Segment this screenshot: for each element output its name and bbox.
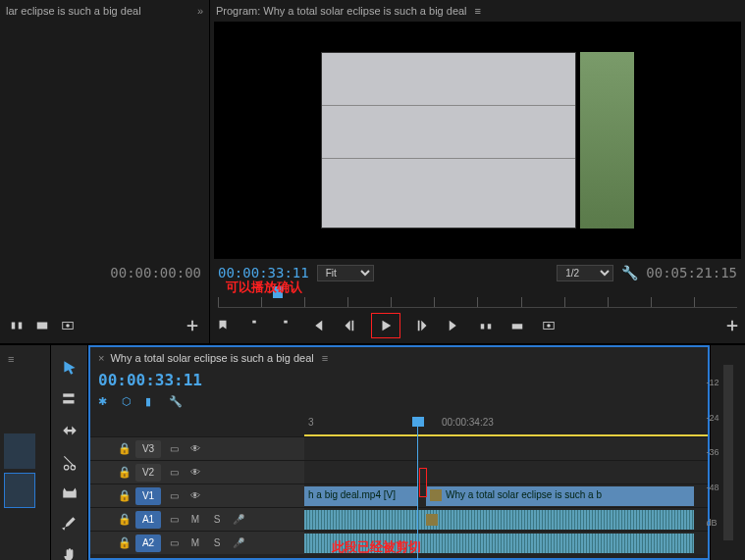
timeline-ruler[interactable]: 3 00:00:34:23 [304, 415, 708, 436]
add-marker-icon[interactable] [214, 317, 232, 334]
razor-tool-icon[interactable] [61, 453, 79, 471]
toggle-output-icon[interactable]: ▭ [165, 535, 183, 551]
toggle-output-icon[interactable]: ▭ [165, 441, 183, 457]
close-tab-icon[interactable]: × [98, 352, 104, 364]
track-label-v3[interactable]: V3 [135, 440, 161, 458]
track-a1: 🔒 A1 ▭ M S 🎤 [90, 507, 708, 531]
chevron-right-icon[interactable]: » [197, 5, 203, 17]
settings-wrench-icon[interactable]: 🔧 [621, 265, 638, 280]
source-tab-header[interactable]: lar eclipse is such a big deal » [0, 0, 209, 22]
step-forward-icon[interactable] [414, 317, 432, 334]
track-label-v2[interactable]: V2 [135, 464, 161, 482]
bin-thumbnail[interactable] [4, 433, 35, 469]
step-back-icon[interactable] [340, 317, 357, 334]
go-to-in-icon[interactable] [308, 317, 326, 334]
track-header-a2[interactable]: 🔒 A2 ▭ M S 🎤 [90, 532, 304, 554]
svg-point-9 [547, 324, 551, 328]
toggle-eye-icon[interactable]: 👁 [186, 465, 204, 481]
panel-menu-icon[interactable]: ≡ [8, 353, 14, 365]
timeline-panel: × Why a total solar eclipse is such a bi… [88, 345, 710, 560]
slip-tool-icon[interactable] [61, 484, 79, 502]
program-transport-bar [210, 308, 745, 343]
mute-button[interactable]: M [186, 535, 204, 551]
snap-toggle-icon[interactable]: ✱ [98, 395, 112, 409]
button-editor-icon[interactable] [723, 317, 741, 334]
toggle-output-icon[interactable]: ▭ [165, 488, 183, 504]
track-header-v2[interactable]: 🔒 V2 ▭ 👁 [90, 461, 304, 484]
extract-icon[interactable] [508, 317, 526, 334]
program-monitor-panel: Program: Why a total solar eclipse is su… [210, 0, 745, 343]
program-tab-header[interactable]: Program: Why a total solar eclipse is su… [210, 0, 745, 22]
insert-icon[interactable] [8, 317, 26, 334]
svg-rect-11 [63, 400, 74, 403]
toggle-output-icon[interactable]: ▭ [165, 465, 183, 481]
add-marker-icon[interactable]: ▮ [145, 395, 159, 409]
lock-icon[interactable]: 🔒 [118, 442, 132, 455]
lock-icon[interactable]: 🔒 [118, 489, 132, 502]
playhead-line [417, 427, 418, 560]
mark-out-icon[interactable] [277, 317, 294, 334]
mute-button[interactable]: M [186, 512, 204, 528]
timeline-tab[interactable]: × Why a total solar eclipse is such a bi… [90, 347, 708, 369]
toggle-eye-icon[interactable]: 👁 [186, 488, 204, 504]
lock-icon[interactable]: 🔒 [118, 513, 132, 526]
selection-tool-icon[interactable] [61, 359, 79, 377]
timeline-tracks: 🔒 V3 ▭ 👁 🔒 V2 ▭ 👁 🔒 V1 [90, 436, 708, 554]
lock-icon[interactable]: 🔒 [118, 536, 132, 549]
timeline-settings-icon[interactable]: 🔧 [169, 395, 183, 409]
mark-in-icon[interactable] [245, 317, 263, 334]
program-timecode-duration: 00:05:21:15 [646, 265, 737, 280]
source-monitor-panel: lar eclipse is such a big deal » 00:00:0… [0, 0, 210, 343]
hand-tool-icon[interactable] [61, 547, 79, 560]
playback-resolution-select[interactable]: 1/2 [557, 265, 613, 281]
voice-over-icon[interactable]: 🎤 [230, 535, 247, 551]
linked-selection-icon[interactable]: ⬡ [122, 395, 135, 409]
export-frame-icon[interactable] [59, 317, 77, 334]
track-label-a2[interactable]: A2 [135, 535, 161, 552]
voice-over-icon[interactable]: 🎤 [230, 512, 247, 528]
track-header-v1[interactable]: 🔒 V1 ▭ 👁 [90, 484, 304, 507]
timeline-timecode[interactable]: 00:00:33:11 [98, 371, 202, 389]
add-button-icon[interactable] [184, 317, 201, 334]
toggle-output-icon[interactable]: ▭ [165, 512, 183, 528]
lock-icon[interactable]: 🔒 [118, 466, 132, 479]
pen-tool-icon[interactable] [61, 516, 79, 534]
solo-button[interactable]: S [208, 535, 226, 551]
source-timecode: 00:00:00:00 [110, 265, 201, 280]
meter-label: dB [706, 518, 718, 528]
track-select-tool-icon[interactable] [61, 390, 79, 408]
annotation-play-confirm: 可以播放确认 [226, 279, 302, 296]
bin-thumbnail-selected[interactable] [4, 473, 35, 508]
lift-icon[interactable] [477, 317, 495, 334]
track-label-a1[interactable]: A1 [135, 511, 161, 529]
video-clip[interactable]: Why a total solar eclipse is such a b [426, 486, 694, 506]
timeline-tools [51, 345, 88, 560]
ripple-edit-tool-icon[interactable] [61, 422, 79, 439]
panel-menu-icon[interactable]: ≡ [475, 5, 481, 17]
meter-label: -24 [706, 413, 718, 423]
svg-rect-2 [37, 323, 48, 330]
svg-point-4 [66, 324, 70, 328]
program-preview[interactable] [214, 22, 741, 259]
export-frame-icon[interactable] [540, 317, 558, 334]
timeline-playhead[interactable] [412, 417, 424, 427]
meter-bar[interactable]: -12 -24 -36 -48 dB [723, 365, 733, 540]
audio-clip[interactable] [304, 510, 694, 530]
overwrite-icon[interactable] [33, 317, 51, 334]
panel-menu-icon[interactable]: ≡ [322, 352, 328, 364]
zoom-fit-select[interactable]: Fit [317, 265, 374, 281]
preview-frame-side [580, 52, 634, 229]
svg-rect-1 [19, 323, 23, 330]
annotation-already-cut: 此段已经被剪切 [332, 538, 421, 556]
track-label-v1[interactable]: V1 [135, 487, 161, 505]
video-clip[interactable]: h a big deal.mp4 [V] [304, 486, 418, 506]
solo-button[interactable]: S [208, 512, 226, 528]
go-to-out-icon[interactable] [446, 317, 463, 334]
toggle-eye-icon[interactable]: 👁 [186, 441, 204, 457]
source-transport-bar [0, 308, 209, 343]
meter-label: -48 [706, 483, 718, 492]
play-button[interactable] [371, 313, 400, 338]
track-header-a1[interactable]: 🔒 A1 ▭ M S 🎤 [90, 508, 304, 531]
track-header-v3[interactable]: 🔒 V3 ▭ 👁 [90, 437, 304, 460]
svg-rect-5 [481, 324, 485, 329]
